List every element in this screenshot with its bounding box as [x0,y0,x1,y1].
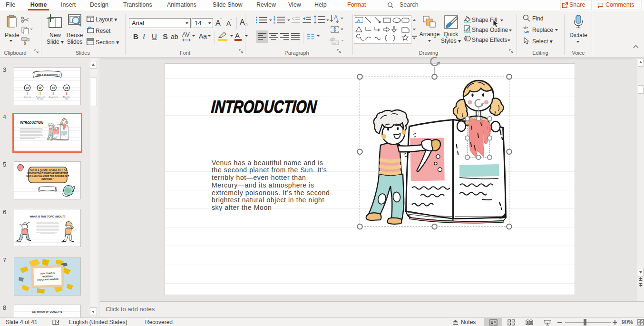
svg-text:02: 02 [39,86,42,89]
svg-text:04: 04 [65,86,68,89]
svg-text:WHAT IS THIS TOPIC ABOUT?: WHAT IS THIS TOPIC ABOUT? [30,215,66,218]
svg-text:3: 3 [273,21,275,24]
svg-text:Overview: Overview [24,96,31,98]
svg-text:03: 03 [52,86,55,89]
svg-text:WORTH A: WORTH A [42,275,53,278]
svg-text:WISDOM THAT SOMEONE IMPORTANT: WISDOM THAT SOMEONE IMPORTANT [27,172,68,175]
svg-text:A: A [334,14,338,21]
svg-text:topic: topic [65,98,68,99]
svg-text:“THIS IS A QUOTE, WORDS FULL O: “THIS IS A QUOTE, WORDS FULL OF [29,169,67,172]
svg-text:Assignment: Assignment [49,96,59,98]
svg-text:INSPIRED.”: INSPIRED.” [41,178,54,180]
svg-text:SAID AND CAN MAKE THE READER G: SAID AND CAN MAKE THE READER GET [26,175,69,178]
svg-text:TABLE OF CONTENTS: TABLE OF CONTENTS [37,73,58,76]
svg-text:A: A [357,18,360,23]
svg-text:01: 01 [26,86,29,89]
svg-text:the topic: the topic [37,98,44,99]
